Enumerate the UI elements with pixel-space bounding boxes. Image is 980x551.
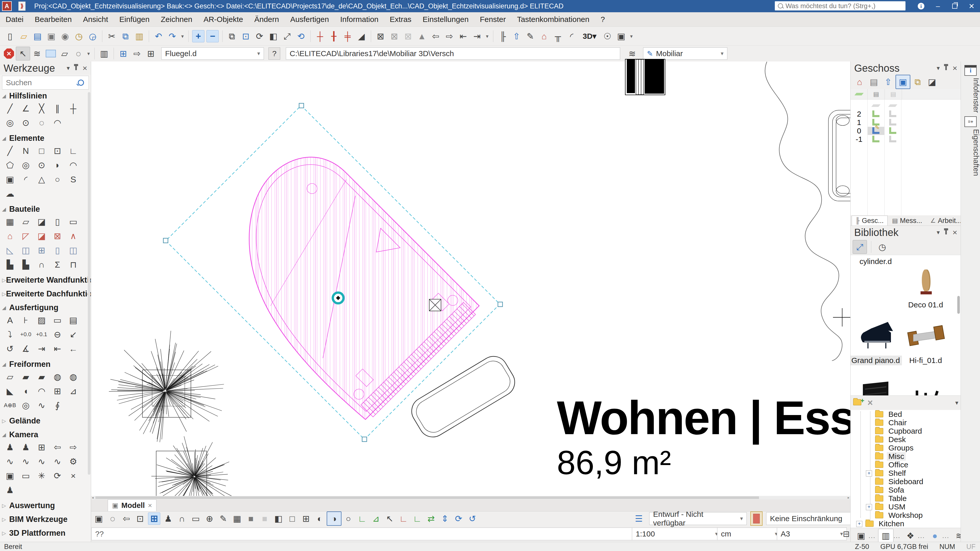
section-header-elemente[interactable]: ◢Elemente — [0, 133, 91, 144]
tree-item-table[interactable]: Table — [851, 494, 961, 503]
draft-mode-combo[interactable]: Entwurf - Nicht verfügbar▾ — [649, 512, 747, 525]
clip-region-icon[interactable]: ∩ — [175, 512, 189, 525]
tool-icon[interactable]: ▰ — [34, 370, 49, 384]
sphere-section-icon[interactable]: ◑ — [327, 511, 342, 526]
storey-stack-icon[interactable]: ▤ — [868, 89, 885, 99]
undo-icon[interactable]: ↶ — [151, 30, 165, 43]
delete-temp-icon[interactable]: ⊠ — [401, 30, 415, 43]
chevron-down-icon[interactable]: ▾ — [955, 399, 958, 407]
screen-refresh-icon[interactable]: ▥ — [97, 47, 111, 60]
search-input[interactable] — [785, 2, 905, 10]
layer-stack-icon[interactable]: ≋ — [30, 47, 44, 60]
tool-icon[interactable]: ♟ — [2, 483, 18, 497]
tool-icon[interactable]: ▨ — [34, 313, 49, 327]
zoom-window-icon[interactable]: ◌ — [106, 512, 119, 525]
menu--ndern[interactable]: Ändern — [248, 12, 285, 27]
layer-combo[interactable]: ✎Mobiliar ▾ — [643, 48, 727, 60]
tool-icon[interactable]: ◺ — [2, 243, 18, 257]
delete-button[interactable]: × — [867, 397, 873, 408]
storey-row-0[interactable]: 0✎ — [851, 127, 902, 135]
expand-icon[interactable]: + — [856, 521, 862, 527]
tool-icon[interactable]: ∠ — [18, 101, 34, 116]
cut-icon[interactable]: ✂ — [105, 30, 119, 43]
tree-item-label[interactable]: Chair — [887, 418, 908, 427]
tool-icon[interactable]: ◫ — [65, 243, 81, 257]
rotate-copy-icon[interactable]: ⟲ — [294, 30, 308, 43]
delete-view-icon[interactable]: ⊠ — [374, 30, 387, 43]
menu-bearbeiten[interactable]: Bearbeiten — [29, 12, 77, 27]
restriction-combo[interactable]: Keine Einschränkung▾ — [766, 512, 864, 525]
storey-state-icon[interactable] — [884, 135, 901, 143]
tool-icon[interactable]: ⟳ — [49, 468, 65, 483]
tool-icon[interactable]: ▭ — [18, 468, 34, 483]
library-item-label[interactable]: cylinder.d — [858, 257, 894, 266]
axis-pick-icon[interactable]: ↖ — [383, 512, 396, 525]
tell-me-search[interactable] — [775, 1, 905, 11]
tool-icon[interactable]: ☁ — [2, 186, 18, 201]
viewport-settings-icon[interactable]: ▣ — [92, 512, 106, 525]
library-item-label[interactable]: Deco 01.d — [906, 300, 945, 310]
materials-button[interactable]: ❖... — [903, 529, 925, 542]
frame-scale-icon[interactable]: ⇕ — [438, 512, 452, 525]
shaded-icon[interactable]: ◧ — [272, 512, 285, 525]
tool-icon[interactable]: ⬠ — [2, 158, 18, 172]
view-forward-icon[interactable]: ⇨ — [442, 30, 456, 43]
axis-swap-icon[interactable]: ⇄ — [424, 512, 438, 525]
tab-gesc[interactable]: ╟Gesc... — [852, 216, 888, 225]
scrollbar-thumb[interactable] — [95, 496, 759, 499]
pin-icon[interactable] — [945, 66, 947, 70]
tree-item-label[interactable]: Table — [887, 494, 908, 503]
menu-datei[interactable]: Datei — [0, 12, 29, 27]
storey-row-top[interactable] — [851, 102, 902, 110]
tool-icon[interactable]: ◖ — [18, 384, 34, 398]
tree-item-usm[interactable]: +USM — [851, 503, 961, 511]
door-tool-button[interactable] — [750, 511, 762, 526]
paper-combo[interactable]: A3▾ — [777, 527, 847, 540]
tree-item-chair[interactable]: Chair — [851, 418, 961, 427]
tree-item-misc[interactable]: Misc — [851, 452, 961, 460]
tree-item-label[interactable]: USM — [887, 503, 907, 511]
tree-item-label[interactable]: Sideboard — [887, 477, 925, 486]
zoom-in-icon[interactable]: + — [192, 30, 204, 42]
tool-icon[interactable]: ⇥ — [34, 341, 49, 356]
storey-state-icon[interactable] — [867, 110, 884, 118]
library-item[interactable]: Hi-fi_01.d — [900, 311, 951, 366]
render-icon[interactable]: ● — [928, 529, 942, 542]
tool-icon[interactable]: ▤ — [65, 313, 81, 327]
scale-mode-icon[interactable]: ⤢ — [853, 240, 867, 254]
tool-icon[interactable]: ▱ — [18, 214, 34, 229]
axis-origin-icon[interactable]: ∟ — [355, 512, 369, 525]
info-window-icon[interactable]: i — [964, 65, 977, 76]
history-icon[interactable]: ◷ — [875, 240, 889, 254]
section-header-bim-werkzeuge[interactable]: ▷BIM Werkzeuge — [0, 514, 91, 525]
camera-forward-icon[interactable]: ⇥ — [470, 30, 484, 43]
storey-state-icon[interactable] — [884, 110, 901, 118]
library-item-label[interactable]: Hi-fi_01.d — [907, 356, 944, 365]
close-icon[interactable]: × — [83, 64, 87, 73]
section-header-3d-plattformen[interactable]: ▷3D Plattformen — [0, 528, 91, 538]
tool-icon[interactable]: +0.0 — [18, 327, 34, 341]
tool-icon[interactable]: Σ — [49, 257, 65, 272]
section-header-auswertung[interactable]: ▷Auswertung — [0, 500, 91, 511]
walkthrough-icon[interactable]: ♟ — [161, 512, 175, 525]
tree-item-label[interactable]: Shelf — [887, 469, 907, 478]
tool-icon[interactable]: ◫ — [18, 243, 34, 257]
pin-icon[interactable] — [945, 230, 947, 234]
tool-icon[interactable]: ◪ — [34, 214, 49, 229]
tool-icon[interactable]: ◍ — [65, 370, 81, 384]
sphere-shaded-icon[interactable]: ◐ — [313, 512, 327, 525]
storey-stack-light-icon[interactable]: ▤ — [885, 89, 902, 99]
scroll-right-icon[interactable]: ▸ — [848, 496, 850, 499]
storey-state-icon[interactable] — [867, 102, 884, 110]
scale-combo[interactable]: 1:100▾ — [632, 527, 722, 540]
menu-tastenkombinationen[interactable]: Tastenkombinationen — [511, 12, 595, 27]
zoom-previous-icon[interactable]: ⇦ — [119, 512, 133, 525]
extend-icon[interactable]: ╪ — [341, 30, 355, 43]
tool-icon[interactable]: ◣ — [2, 384, 18, 398]
storey-row-2[interactable]: 2 — [851, 110, 902, 118]
light-icon[interactable]: ☉ — [600, 30, 614, 43]
tool-icon[interactable]: ⇨ — [65, 440, 81, 454]
tool-icon[interactable]: ◸ — [18, 229, 34, 243]
tool-icon[interactable]: × — [65, 468, 81, 483]
scale-element-icon[interactable]: ⤢ — [280, 30, 294, 43]
